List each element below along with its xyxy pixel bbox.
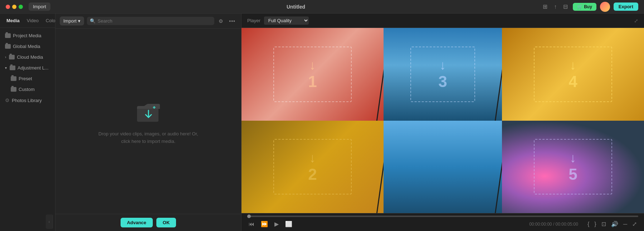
sidebar-item-photos-library[interactable]: ⚙ Photos Library: [1, 95, 54, 106]
slot-border-4: ↓ 4: [534, 47, 612, 102]
media-toolbar: Import ▾ 🔍 ⚙ •••: [55, 14, 241, 29]
avatar[interactable]: [600, 2, 610, 12]
in-point-button[interactable]: {: [586, 220, 591, 228]
sidebar-item-label: Cloud Media: [17, 54, 43, 60]
tab-bar: Media Video Color: [0, 14, 55, 28]
tab-media[interactable]: Media: [4, 16, 23, 25]
grid-icon[interactable]: ⊟: [562, 3, 569, 11]
window-title: Untitled: [287, 4, 305, 10]
drop-zone[interactable]: Drop your video clips, images, or audio …: [55, 29, 241, 214]
sidebar-item-cloud-media[interactable]: › Cloud Media: [1, 52, 54, 62]
cart-icon: 🛒: [577, 4, 582, 9]
search-input[interactable]: [98, 18, 211, 24]
time-display: 00:00:00:00 / 00:00:05:00: [529, 222, 578, 227]
slot-border-3: ↓ 3: [410, 47, 475, 102]
export-button[interactable]: Export: [614, 3, 638, 11]
player-panel: Player Full Quality Half Quality Quarter…: [241, 14, 644, 231]
import-icon: [134, 97, 163, 126]
sidebar-item-adjustment-lib[interactable]: ▾ Adjustment L...: [1, 63, 54, 73]
titlebar-right: ⊞ ↑ ⊟ 🛒 Buy Export: [541, 2, 638, 12]
advance-button[interactable]: Advance: [121, 218, 153, 227]
step-forward-button[interactable]: ⏩: [259, 220, 269, 228]
sidebar-item-preset[interactable]: Preset: [1, 73, 54, 84]
sidebar: Media Video Color Project Media Global M…: [0, 14, 55, 231]
sidebar-item-project-media[interactable]: Project Media: [1, 30, 54, 41]
extra-controls: { } ⊡ 🔊 ─ ⤢: [586, 220, 638, 228]
drop-text: Drop your video clips, images, or audio …: [98, 130, 198, 145]
minimize-button[interactable]: [12, 5, 16, 9]
sidebar-item-global-media[interactable]: Global Media: [1, 41, 54, 52]
traffic-lights: [6, 5, 23, 9]
progress-indicator: [247, 215, 251, 218]
folder-icon: [5, 44, 11, 49]
video-grid: ↓ 1 ↓ 3: [241, 28, 644, 213]
folder-icon: [11, 87, 16, 92]
sidebar-item-label: Adjustment L...: [18, 65, 49, 71]
search-icon: 🔍: [90, 18, 96, 24]
video-row-bottom: ↓ 2 ↓: [241, 121, 644, 213]
sidebar-item-label: Project Media: [13, 33, 41, 38]
folder-icon: [11, 76, 16, 81]
gear-icon: ⚙: [5, 97, 10, 103]
toolbar-icons: ⚙ •••: [217, 18, 237, 25]
fullscreen-button[interactable]: ⊡: [600, 220, 608, 228]
tab-video[interactable]: Video: [24, 16, 42, 25]
quality-select[interactable]: Full Quality Half Quality Quarter Qualit…: [264, 16, 309, 25]
play-button[interactable]: ▶: [273, 220, 280, 228]
monitor-icon[interactable]: ⊞: [541, 3, 549, 11]
video-preview: ↓ 1 ↓ 3: [241, 28, 644, 213]
skip-back-button[interactable]: ⏮: [247, 220, 256, 228]
main-content: Media Video Color Project Media Global M…: [0, 14, 644, 231]
upload-icon[interactable]: ↑: [552, 3, 558, 11]
player-controls: ⏮ ⏩ ▶ ⬜ 00:00:00:00 / 00:00:05:00 { } ⊡ …: [241, 213, 644, 231]
titlebar: Import Untitled ⊞ ↑ ⊟ 🛒 Buy Export: [0, 0, 644, 14]
chevron-down-icon: ▾: [78, 18, 80, 24]
titlebar-left: Import: [6, 3, 50, 11]
bottom-bar: Advance OK: [55, 214, 241, 231]
close-button[interactable]: [6, 5, 10, 9]
video-cell-6: ↓ 5: [502, 121, 644, 213]
sidebar-item-label: Global Media: [13, 44, 40, 49]
video-cell-5: [384, 121, 502, 213]
settings-button[interactable]: ⤢: [631, 220, 638, 228]
audio-button[interactable]: 🔊: [610, 220, 620, 228]
expand-icon[interactable]: ⤢: [634, 18, 638, 24]
chevron-down-icon: ▾: [5, 66, 7, 70]
maximize-button[interactable]: [19, 5, 23, 9]
folder-icon: [5, 33, 11, 38]
out-point-button[interactable]: }: [593, 220, 597, 228]
search-box[interactable]: 🔍: [87, 17, 214, 25]
volume-button[interactable]: ─: [622, 220, 629, 228]
more-options-icon[interactable]: •••: [228, 18, 237, 25]
video-cell-3: ↓ 4: [502, 28, 644, 121]
separator: [495, 28, 502, 121]
chevron-right-icon: ›: [5, 55, 6, 59]
folder-icon: [10, 66, 15, 70]
sidebar-collapse-button[interactable]: ‹: [46, 215, 53, 229]
ok-button[interactable]: OK: [156, 218, 176, 227]
media-panel: Import ▾ 🔍 ⚙ •••: [55, 14, 241, 231]
svg-rect-0: [137, 107, 158, 122]
separator: [376, 121, 384, 213]
separator: [495, 121, 502, 213]
progress-bar[interactable]: [247, 216, 638, 217]
import-button[interactable]: Import ▾: [60, 16, 84, 25]
buy-button[interactable]: 🛒 Buy: [573, 3, 596, 11]
video-cell-2: ↓ 3: [384, 28, 502, 121]
video-cell-4: ↓ 2: [241, 121, 384, 213]
folder-icon: [9, 55, 15, 59]
sidebar-item-custom[interactable]: Custom: [1, 84, 54, 95]
sidebar-item-label: Custom: [19, 87, 35, 92]
sidebar-item-label: Photos Library: [12, 98, 42, 103]
player-header: Player Full Quality Half Quality Quarter…: [241, 14, 644, 28]
slot-border-1: ↓ 1: [273, 47, 351, 102]
stop-button[interactable]: ⬜: [284, 220, 294, 228]
sidebar-item-label: Preset: [19, 76, 32, 81]
controls-row: ⏮ ⏩ ▶ ⬜ 00:00:00:00 / 00:00:05:00 { } ⊡ …: [247, 220, 638, 228]
separator: [376, 28, 384, 121]
titlebar-import-button[interactable]: Import: [29, 3, 50, 11]
filter-icon[interactable]: ⚙: [217, 18, 225, 25]
slot-border-5: ↓ 5: [534, 139, 612, 194]
slot-border-2: ↓ 2: [273, 139, 351, 194]
player-label: Player: [247, 18, 260, 23]
